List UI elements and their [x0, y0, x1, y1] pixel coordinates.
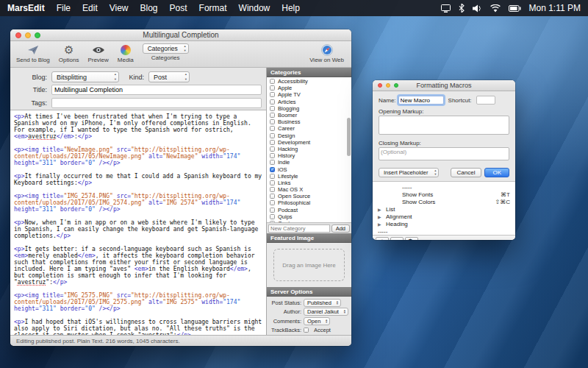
- category-checkbox[interactable]: [270, 140, 275, 145]
- macros-titlebar[interactable]: Formatting Macros: [373, 80, 515, 91]
- minimize-button[interactable]: [25, 32, 31, 38]
- category-row[interactable]: Articles: [267, 99, 351, 105]
- closing-markup-textarea[interactable]: [379, 147, 509, 160]
- category-row[interactable]: Open Source: [267, 193, 351, 199]
- category-row[interactable]: Hacking: [267, 146, 351, 152]
- preview-button[interactable]: Preview: [87, 43, 108, 63]
- macro-row[interactable]: -----: [373, 227, 515, 235]
- category-row[interactable]: Indie: [267, 159, 351, 166]
- category-row[interactable]: Accessibility: [267, 78, 351, 85]
- menu-format[interactable]: Format: [199, 3, 227, 13]
- macro-row[interactable]: Show Fonts⌘T: [373, 191, 515, 198]
- category-checkbox[interactable]: [270, 85, 275, 91]
- categories-dropdown[interactable]: Categories: [143, 43, 189, 54]
- category-row[interactable]: Boomer: [267, 112, 351, 118]
- post-body-editor[interactable]: <p>At times I've been frustrated that wh…: [10, 110, 266, 335]
- category-row[interactable]: ✓iOS: [267, 166, 351, 172]
- menu-blog[interactable]: Blog: [140, 3, 158, 13]
- volume-icon[interactable]: [473, 4, 482, 13]
- new-category-input[interactable]: [268, 224, 330, 233]
- macros-close-button[interactable]: [378, 83, 382, 88]
- categories-scrollbar[interactable]: [347, 118, 351, 156]
- macro-row[interactable]: ▶List: [373, 205, 515, 213]
- display-icon[interactable]: [441, 4, 451, 13]
- macro-action-button[interactable]: ⚙▾: [405, 237, 418, 241]
- disclosure-triangle-icon[interactable]: ▶: [378, 222, 384, 227]
- insert-placeholder-popup[interactable]: Insert Placeholder: [379, 168, 439, 177]
- category-checkbox[interactable]: [270, 180, 275, 185]
- category-row[interactable]: Apple: [267, 85, 351, 91]
- category-row[interactable]: Philosophical: [267, 199, 351, 206]
- category-checkbox[interactable]: [270, 126, 275, 131]
- category-row[interactable]: Quotes: [267, 220, 351, 222]
- title-input[interactable]: [51, 85, 262, 95]
- category-row[interactable]: Business: [267, 118, 351, 125]
- battery-icon[interactable]: [509, 5, 521, 12]
- macros-minimize-button[interactable]: [386, 83, 390, 88]
- ok-button[interactable]: OK: [484, 168, 509, 177]
- macro-row[interactable]: ▶Heading: [373, 220, 515, 227]
- post-window-titlebar[interactable]: Multilingual Completion: [10, 29, 351, 41]
- featured-image-dropzone[interactable]: Drag an Image Here: [267, 243, 351, 287]
- category-checkbox[interactable]: [270, 221, 275, 222]
- send-to-blog-button[interactable]: Send to Blog: [16, 43, 50, 63]
- category-checkbox[interactable]: [270, 153, 275, 158]
- disclosure-triangle-icon[interactable]: ▶: [378, 214, 384, 219]
- zoom-button[interactable]: [35, 32, 40, 38]
- comments-popup[interactable]: Open: [304, 317, 330, 325]
- category-checkbox[interactable]: [270, 200, 275, 205]
- category-checkbox[interactable]: [270, 214, 275, 219]
- macros-zoom-button[interactable]: [394, 83, 398, 88]
- category-row[interactable]: Quips: [267, 213, 351, 220]
- menubar-clock[interactable]: Mon 1:11 PM: [529, 3, 581, 13]
- category-checkbox[interactable]: [270, 113, 275, 118]
- add-macro-button[interactable]: +: [376, 237, 389, 241]
- options-button[interactable]: ⚙ Options: [59, 43, 79, 63]
- category-checkbox[interactable]: [270, 79, 275, 84]
- media-button[interactable]: Media: [118, 43, 134, 63]
- macro-row[interactable]: ▶Alignment: [373, 213, 515, 220]
- category-checkbox[interactable]: [270, 92, 275, 97]
- category-row[interactable]: History: [267, 152, 351, 159]
- view-on-web-button[interactable]: View on Web: [309, 43, 344, 63]
- post-status-popup[interactable]: Published: [304, 299, 341, 307]
- macro-row[interactable]: Show Colors⇧⌘C: [373, 198, 515, 205]
- blog-popup[interactable]: Bitsplitting: [51, 71, 119, 82]
- add-category-button[interactable]: Add: [331, 224, 350, 233]
- category-checkbox[interactable]: [270, 208, 275, 213]
- category-checkbox[interactable]: [270, 106, 275, 111]
- category-row[interactable]: Podcast: [267, 207, 351, 213]
- opening-markup-textarea[interactable]: [379, 116, 509, 135]
- menu-app-name[interactable]: MarsEdit: [7, 3, 45, 13]
- remove-macro-button[interactable]: −: [390, 237, 404, 241]
- category-checkbox[interactable]: [270, 146, 275, 152]
- macro-row[interactable]: -----: [373, 183, 515, 191]
- category-row[interactable]: Blogging: [267, 105, 351, 112]
- category-checkbox[interactable]: [270, 174, 275, 179]
- menu-view[interactable]: View: [110, 3, 129, 13]
- author-popup[interactable]: Daniel Jalkut: [304, 308, 348, 316]
- category-row[interactable]: Design: [267, 132, 351, 139]
- macro-name-input[interactable]: [398, 96, 444, 105]
- menu-edit[interactable]: Edit: [82, 3, 98, 13]
- category-checkbox[interactable]: ✓: [270, 167, 275, 172]
- category-row[interactable]: Lifestyle: [267, 173, 351, 180]
- category-row[interactable]: Apple TV: [267, 91, 351, 98]
- category-checkbox[interactable]: [270, 160, 275, 165]
- menu-help[interactable]: Help: [282, 3, 300, 13]
- disclosure-triangle-icon[interactable]: ▶: [378, 207, 384, 212]
- menu-post[interactable]: Post: [170, 3, 187, 13]
- category-checkbox[interactable]: [270, 133, 275, 138]
- category-checkbox[interactable]: [270, 194, 275, 199]
- category-checkbox[interactable]: [270, 119, 275, 124]
- category-checkbox[interactable]: [270, 99, 275, 105]
- tags-input[interactable]: [51, 98, 262, 108]
- category-checkbox[interactable]: [270, 187, 275, 192]
- menu-window[interactable]: Window: [239, 3, 270, 13]
- category-row[interactable]: Development: [267, 139, 351, 146]
- kind-popup[interactable]: Post: [148, 71, 190, 82]
- wifi-icon[interactable]: [490, 4, 501, 13]
- menu-file[interactable]: File: [57, 3, 71, 13]
- cancel-button[interactable]: Cancel: [451, 168, 482, 177]
- category-row[interactable]: Career: [267, 125, 351, 132]
